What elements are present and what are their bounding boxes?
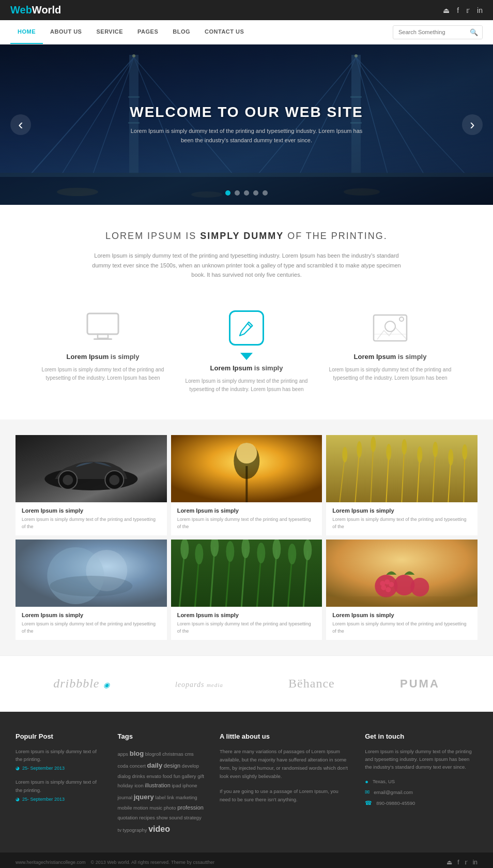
- svg-point-58: [449, 449, 454, 466]
- gallery-card-5-body: Lorem Ipsum is simply Lorem Ipsum is sim…: [171, 607, 322, 640]
- footer-post-2-text: Lorem Ipsum is simply dummy text of the …: [16, 778, 102, 794]
- svg-point-90: [389, 582, 394, 587]
- svg-point-48: [371, 437, 376, 452]
- feature-edit: Lorem Ipsum is simply Lorem Ipsum is sim…: [175, 311, 318, 394]
- hero-dot-2[interactable]: [235, 190, 240, 196]
- nav-pages[interactable]: PAGES: [130, 20, 165, 44]
- partner-dribbble[interactable]: dribbble ◉: [53, 677, 110, 691]
- feature-photo-title: Lorem Ipsum is simply: [329, 353, 452, 361]
- svg-point-30: [399, 317, 404, 321]
- footer-tags-content: apps blog blogroll christmas cms coda co…: [118, 747, 205, 837]
- hero-title: WELCOME TO OUR WEB SITE: [128, 104, 365, 121]
- footer-linkedin-icon[interactable]: in: [473, 859, 477, 866]
- hero-slider: ‹ WELCOME TO OUR WEB SITE Lorem Ipsum is…: [0, 44, 493, 205]
- search-input[interactable]: [393, 26, 466, 38]
- footer-contact-title: Get in touch: [365, 732, 477, 740]
- hero-prev-button[interactable]: ‹: [10, 114, 31, 135]
- feature-edit-title: Lorem Ipsum is simply: [185, 364, 308, 372]
- svg-rect-13: [0, 173, 493, 177]
- photo-icon: [369, 311, 411, 345]
- hero-dot-3[interactable]: [244, 190, 249, 196]
- footer: Populr Post Lorem Ipsum is simply dummy …: [0, 712, 493, 868]
- location-icon: ●: [365, 779, 368, 785]
- partner-puma[interactable]: PUMA: [400, 677, 440, 691]
- svg-point-17: [344, 188, 380, 196]
- gallery-card-4-body: Lorem Ipsum is simply Lorem Ipsum is sim…: [16, 607, 167, 640]
- gallery-section: Lorem Ipsum is simply Lorem Ipsum is sim…: [0, 420, 493, 655]
- logo-world: World: [32, 4, 61, 16]
- svg-point-46: [357, 441, 362, 458]
- gallery-card-4[interactable]: Lorem Ipsum is simply Lorem Ipsum is sim…: [16, 540, 167, 640]
- partner-behance[interactable]: Bëhance: [288, 677, 335, 691]
- footer-grid: Populr Post Lorem Ipsum is simply dummy …: [16, 732, 477, 852]
- gallery-card-6[interactable]: Lorem Ipsum is simply Lorem Ipsum is sim…: [326, 540, 477, 640]
- hero-next-button[interactable]: ›: [462, 114, 483, 135]
- footer-contact-location: ● Texas, US: [365, 779, 477, 785]
- gallery-card-3[interactable]: Lorem Ipsum is simply Lorem Ipsum is sim…: [326, 435, 477, 535]
- hero-dot-5[interactable]: [263, 190, 268, 196]
- footer-about-title: A little about us: [220, 732, 349, 740]
- svg-point-60: [463, 444, 468, 460]
- footer-contact-intro: Lorem Ipsum is simply dummy text of the …: [365, 747, 477, 771]
- gallery-card-1[interactable]: Lorem Ipsum is simply Lorem Ipsum is sim…: [16, 435, 167, 535]
- nav-contact[interactable]: CONTACT US: [197, 20, 251, 44]
- intro-heading: LOREM IPSUM IS SIMPLY DUMMY OF THE PRINT…: [41, 231, 452, 242]
- facebook-icon[interactable]: f: [457, 6, 459, 14]
- gallery-card-3-body: Lorem Ipsum is simply Lorem Ipsum is sim…: [326, 502, 477, 535]
- svg-point-18: [132, 54, 135, 57]
- footer-contact: Get in touch Lorem Ipsum is simply dummy…: [365, 732, 477, 837]
- svg-point-54: [418, 446, 423, 463]
- twitter-icon[interactable]: 𝕣: [466, 6, 470, 14]
- footer-tags-title: Tags: [118, 732, 205, 740]
- gallery-img-car: [16, 435, 167, 502]
- rss-icon[interactable]: ⏏: [443, 6, 450, 14]
- nav-blog[interactable]: BLOG: [165, 20, 197, 44]
- nav-about[interactable]: ABOUT US: [43, 20, 89, 44]
- footer-popular-post-title: Populr Post: [16, 732, 102, 740]
- svg-point-19: [355, 54, 358, 57]
- hero-subtitle: Lorem Ipsum is simply dummy text of the …: [128, 127, 365, 145]
- footer-facebook-icon[interactable]: f: [457, 859, 459, 866]
- svg-point-52: [402, 439, 407, 455]
- gallery-card-5[interactable]: Lorem Ipsum is simply Lorem Ipsum is sim…: [171, 540, 322, 640]
- gallery-img-sun: [171, 435, 322, 502]
- phone-icon: ☎: [365, 800, 372, 806]
- hero-dot-4[interactable]: [253, 190, 258, 196]
- gallery-img-berry: [326, 540, 477, 607]
- footer-rss-icon[interactable]: ⏏: [446, 859, 452, 866]
- nav-service[interactable]: SERVICE: [89, 20, 130, 44]
- features-row: Lorem Ipsum is simply Lorem Ipsum is sim…: [0, 295, 493, 420]
- search-button[interactable]: 🔍: [466, 26, 482, 39]
- footer-twitter-icon[interactable]: 𝕣: [465, 859, 468, 866]
- nav-links: HOME ABOUT US SERVICE PAGES BLOG CONTACT…: [10, 20, 251, 44]
- gallery-card-1-body: Lorem Ipsum is simply Lorem Ipsum is sim…: [16, 502, 167, 535]
- footer-copyright: © 2013 Web world. All rights reserved. T…: [91, 860, 214, 865]
- gallery-card-6-body: Lorem Ipsum is simply Lorem Ipsum is sim…: [326, 607, 477, 640]
- intro-heading-light: LOREM IPSUM IS: [105, 231, 200, 241]
- hero-dot-1[interactable]: [225, 190, 230, 196]
- navbar: HOME ABOUT US SERVICE PAGES BLOG CONTACT…: [0, 20, 493, 44]
- footer-about-body-1: There are many variations of passages of…: [220, 747, 349, 781]
- footer-post-2-date: ◕ 25- September 2013: [16, 797, 102, 802]
- calendar-icon: ◕: [16, 766, 20, 771]
- logo: WebWorld: [10, 4, 61, 16]
- feature-photo-body: Lorem Ipsum is simply dummy text of the …: [329, 366, 452, 382]
- footer-url: www.heritagechristiancollege.com: [16, 860, 86, 865]
- gallery-card-2[interactable]: Lorem Ipsum is simply Lorem Ipsum is sim…: [171, 435, 322, 535]
- intro-body: Lorem Ipsum is simply dummy text of the …: [91, 251, 402, 280]
- svg-rect-25: [98, 334, 108, 338]
- top-bar: WebWorld ⏏ f 𝕣 in: [0, 0, 493, 20]
- svg-point-50: [387, 444, 392, 460]
- svg-point-91: [381, 585, 387, 590]
- gallery-grid: Lorem Ipsum is simply Lorem Ipsum is sim…: [16, 435, 477, 640]
- nav-home[interactable]: HOME: [10, 20, 43, 44]
- footer-contact-email: ✉ email@gmail.com: [365, 789, 477, 796]
- svg-point-92: [386, 587, 391, 592]
- intro-heading-bold: SIMPLY DUMMY: [200, 231, 284, 241]
- footer-bottom-social: ⏏ f 𝕣 in: [446, 859, 477, 866]
- linkedin-icon[interactable]: in: [477, 6, 483, 14]
- svg-point-37: [109, 475, 119, 485]
- svg-point-41: [236, 443, 257, 463]
- edit-icon: [226, 311, 267, 345]
- partner-leopards[interactable]: leopards media: [175, 678, 223, 690]
